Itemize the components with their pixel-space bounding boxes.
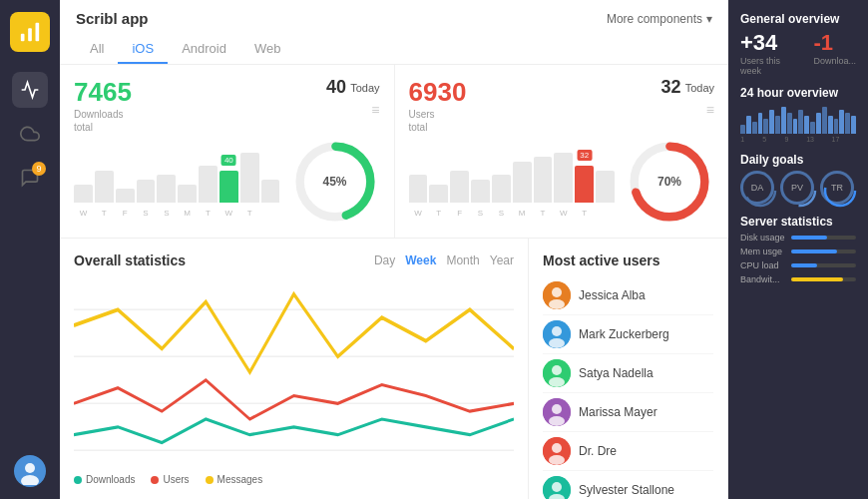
user-item-5[interactable]: Sylvester Stallone [543,471,713,499]
downloads-today: 40 Today [326,77,379,98]
daily-goals-circles: DA PV TR [740,171,856,205]
mb-7 [781,107,786,134]
mb-11 [804,116,809,134]
users-bars: 32 WTFSSMTWT [409,147,616,218]
svg-point-24 [552,404,562,414]
user-item-0[interactable]: Jessica Alba [543,276,713,315]
svg-point-28 [549,455,565,465]
hours24-section: 24 hour overview 1591317 [740,86,856,143]
server-stat-mem: Mem usge [740,247,856,256]
svg-point-22 [549,377,565,387]
bar-1 [95,171,114,203]
users-mini-chart: 32 [409,153,616,203]
mb-18 [845,113,850,134]
user-avatar-5 [543,476,571,499]
cpu-load-bar [791,263,817,267]
mb-13 [816,113,821,134]
mb-14 [822,107,827,134]
user-item-1[interactable]: Mark Zuckerberg [543,315,713,354]
users-week-label: Users this week [740,56,803,76]
hours24-title: 24 hour overview [740,86,856,100]
ubar-6 [534,157,553,203]
mb-10 [798,110,803,134]
user-avatar[interactable] [14,455,46,487]
bar-8 [240,153,259,203]
svg-rect-0 [21,34,25,41]
user-name-0: Jessica Alba [579,288,646,302]
svg-point-19 [549,338,565,348]
legend-messages: Messages [206,474,263,485]
users-donut-area: 70% [625,138,714,226]
mb-1 [746,116,751,134]
legend-dot-messages [206,476,214,484]
mb-9 [793,119,798,134]
users-donut-label: 70% [657,175,681,189]
user-name-1: Mark Zuckerberg [579,327,669,341]
mb-17 [839,110,844,134]
users-card-header: 6930 Users total 32 Today ≡ [409,77,715,134]
header-top: Scribl app More components ▾ [76,10,712,27]
disk-usage-label: Disk usage [740,233,785,243]
downloads-card-header: 7465 Downloads total 40 Today ≡ [74,77,380,134]
daily-goals-title: Daily goals [740,153,856,167]
period-day[interactable]: Day [374,253,395,267]
ubar-3 [471,180,490,203]
mem-usage-bar-bg [791,250,856,253]
users-today: 32 Today [661,77,714,98]
tab-all[interactable]: All [76,35,118,64]
period-month[interactable]: Month [446,253,479,267]
sidebar-bottom [14,455,46,487]
sidebar-item-chat[interactable]: 9 [12,160,48,196]
goal-pv[interactable]: PV [780,171,814,205]
period-week[interactable]: Week [405,253,436,267]
mb-19 [851,116,856,134]
tab-android[interactable]: Android [168,35,240,64]
svg-point-21 [552,365,562,375]
tab-ios[interactable]: iOS [118,35,168,64]
user-name-2: Satya Nadella [579,366,653,380]
tab-web[interactable]: Web [240,35,295,64]
bandwidth-label: Bandwit... [740,274,785,284]
goal-da[interactable]: DA [740,171,774,205]
mb-8 [787,113,792,134]
period-tabs: Day Week Month Year [374,253,514,267]
user-name-3: Marissa Mayer [579,405,657,419]
bar-3 [137,180,156,203]
user-avatar-4 [543,437,571,465]
svg-point-30 [552,482,562,492]
svg-point-25 [549,416,565,426]
mb-0 [740,125,745,134]
stats-row: 7465 Downloads total 40 Today ≡ [60,65,728,239]
bar-6 [199,166,217,203]
users-number-group: 6930 Users total [409,77,467,134]
sidebar-item-cloud[interactable] [12,116,48,152]
goal-tr[interactable]: TR [820,171,854,205]
svg-point-4 [25,463,35,473]
svg-point-32 [745,176,775,206]
users-menu-icon[interactable]: ≡ [706,102,714,118]
line-chart-area [74,278,514,466]
users-donut: 70% [630,142,709,222]
downloads-delta-value: -1 [813,30,856,56]
users-number: 6930 [409,77,467,107]
downloads-chart-labels: WTFSSMTWT [74,209,280,218]
user-name-4: Dr. Dre [579,444,617,458]
svg-point-34 [825,176,855,206]
sidebar-item-trend[interactable] [12,72,48,108]
user-item-4[interactable]: Dr. Dre [543,432,713,471]
downloads-number-group: 7465 Downloads total [74,77,132,134]
big-stats: +34 Users this week -1 Downloa... [740,30,856,76]
downloads-mini-chart: 40 [74,153,280,203]
user-item-3[interactable]: Marissa Mayer [543,393,713,432]
downloads-card: 7465 Downloads total 40 Today ≡ [60,65,395,238]
app-logo[interactable] [10,12,50,52]
chat-badge: 9 [32,162,46,176]
main-content: Scribl app More components ▾ All iOS And… [60,0,728,499]
daily-goals-section: Daily goals DA PV TR [740,153,856,205]
more-components-button[interactable]: More components ▾ [607,12,712,26]
user-item-2[interactable]: Satya Nadella [543,354,713,393]
mb-4 [763,119,768,134]
period-year[interactable]: Year [490,253,514,267]
downloads-menu-icon[interactable]: ≡ [371,102,379,118]
svg-point-16 [549,299,565,309]
